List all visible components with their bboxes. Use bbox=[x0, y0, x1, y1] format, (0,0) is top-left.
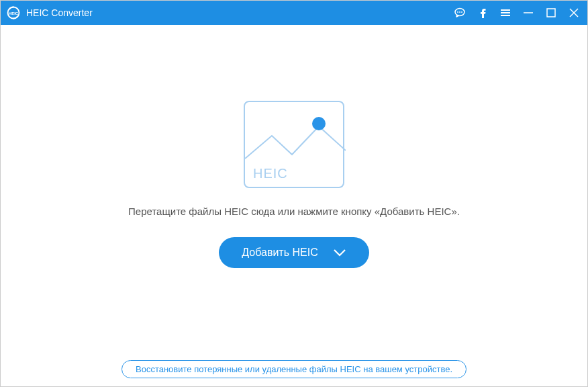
titlebar-left: HEIC HEIC Converter bbox=[6, 5, 93, 20]
add-heic-button[interactable]: Добавить HEIC bbox=[219, 237, 369, 268]
minimize-icon[interactable] bbox=[522, 6, 535, 19]
svg-text:HEIC: HEIC bbox=[9, 11, 19, 15]
menu-icon[interactable] bbox=[499, 6, 512, 19]
add-button-label: Добавить HEIC bbox=[242, 247, 317, 259]
maximize-icon[interactable] bbox=[544, 6, 558, 19]
svg-point-5 bbox=[461, 11, 462, 13]
svg-rect-10 bbox=[547, 9, 555, 17]
heic-placeholder-label: HEIC bbox=[253, 166, 288, 181]
titlebar: HEIC HEIC Converter bbox=[1, 1, 587, 25]
footer: Восстановите потерянные или удаленные фа… bbox=[1, 357, 587, 386]
heic-dot-icon bbox=[312, 117, 326, 130]
svg-point-3 bbox=[457, 11, 458, 13]
drop-instruction-text: Перетащите файлы HEIC сюда или нажмите к… bbox=[128, 206, 460, 217]
main-content: HEIC Перетащите файлы HEIC сюда или нажм… bbox=[1, 25, 587, 357]
svg-point-4 bbox=[459, 11, 460, 13]
drop-area[interactable]: HEIC Перетащите файлы HEIC сюда или нажм… bbox=[128, 101, 460, 268]
facebook-icon[interactable] bbox=[476, 6, 489, 19]
app-title: HEIC Converter bbox=[26, 7, 93, 18]
feedback-icon[interactable] bbox=[453, 6, 467, 19]
close-icon[interactable] bbox=[567, 6, 581, 19]
recovery-link[interactable]: Восстановите потерянные или удаленные фа… bbox=[121, 360, 467, 378]
chevron-down-icon bbox=[333, 248, 346, 257]
app-window: HEIC HEIC Converter bbox=[0, 0, 588, 387]
heic-placeholder-icon: HEIC bbox=[244, 101, 344, 188]
titlebar-right bbox=[453, 6, 581, 19]
app-logo-icon: HEIC bbox=[6, 5, 21, 20]
